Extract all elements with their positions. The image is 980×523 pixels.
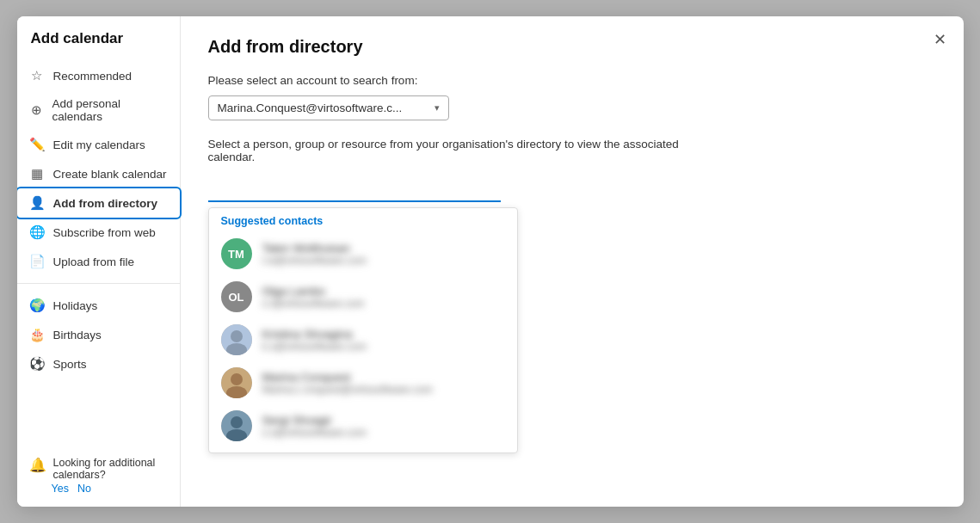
sidebar-item-label: Recommended: [53, 70, 133, 83]
contact-item-sergi[interactable]: Sergi Shvagir s.s@virtosoftware.com: [209, 404, 517, 447]
suggestions-dropdown: Suggested contacts TM Talen Wolthuisan t…: [208, 207, 518, 453]
account-dropdown[interactable]: Marina.Conquest@virtosoftware.c... ▾: [208, 95, 449, 120]
sidebar-item-label: Subscribe from web: [53, 226, 156, 239]
modal: Add calendar ☆ Recommended ⊕ Add persona…: [17, 16, 964, 507]
sidebar: Add calendar ☆ Recommended ⊕ Add persona…: [17, 16, 181, 507]
contact-name-ks: Kristina Shvagina: [262, 328, 367, 341]
sidebar-item-label: Birthdays: [53, 329, 102, 341]
account-value: Marina.Conquest@virtosoftware.c...: [218, 102, 403, 114]
sidebar-item-add-personal[interactable]: ⊕ Add personal calendars: [17, 90, 180, 130]
star-icon: ☆: [29, 68, 45, 83]
close-button[interactable]: ✕: [930, 28, 950, 51]
calendar-blank-icon: ▦: [29, 166, 45, 182]
sidebar-item-label: Holidays: [53, 299, 98, 312]
contact-info-ol: Olga Lambo o.l@virtosoftware.com: [262, 285, 365, 310]
sidebar-item-recommended[interactable]: ☆ Recommended: [17, 61, 180, 90]
globe-icon: 🌍: [29, 298, 45, 313]
no-link[interactable]: No: [77, 483, 91, 495]
footer-text: 🔔 Looking for additional calendars?: [29, 457, 168, 481]
yes-link[interactable]: Yes: [52, 483, 69, 495]
main-content: ✕ Add from directory Please select an ac…: [181, 16, 964, 507]
suggestions-label: Suggested contacts: [209, 208, 517, 232]
footer-links: Yes No: [29, 483, 168, 495]
contact-info-marina: Marina Conquest Marina.c.onquest@virtoso…: [262, 371, 433, 396]
sidebar-footer: 🔔 Looking for additional calendars? Yes …: [17, 448, 180, 498]
contact-name-ol: Olga Lambo: [262, 285, 365, 298]
contact-item-tm[interactable]: TM Talen Wolthuisan t.w@virtosoftware.co…: [209, 232, 517, 275]
sidebar-item-sports[interactable]: ⚽ Sports: [17, 349, 180, 378]
contact-info-tm: Talen Wolthuisan t.w@virtosoftware.com: [262, 242, 367, 267]
contact-name-sergi: Sergi Shvagir: [262, 414, 367, 427]
svg-point-1: [231, 330, 243, 342]
sidebar-item-label: Upload from file: [53, 255, 135, 268]
sidebar-item-edit-my[interactable]: ✏️ Edit my calendars: [17, 130, 180, 159]
modal-overlay: Add calendar ☆ Recommended ⊕ Add persona…: [0, 0, 980, 523]
search-input[interactable]: [208, 179, 501, 202]
contact-email-sergi: s.s@virtosoftware.com: [262, 427, 367, 439]
contact-info-ks: Kristina Shvagina k.s@virtosoftware.com: [262, 328, 367, 353]
birthday-icon: 🎂: [29, 327, 45, 342]
footer-label: Looking for additional calendars?: [53, 457, 168, 481]
contact-email-ks: k.s@virtosoftware.com: [262, 341, 367, 353]
contact-email-tm: t.w@virtosoftware.com: [262, 255, 367, 267]
sidebar-item-upload-file[interactable]: 📄 Upload from file: [17, 247, 180, 276]
directory-icon: 👤: [29, 195, 45, 211]
sidebar-item-label: Edit my calendars: [53, 138, 145, 151]
sidebar-divider: [17, 283, 180, 284]
contact-email-marina: Marina.c.onquest@virtosoftware.com: [262, 384, 433, 396]
sidebar-item-label: Add personal calendars: [52, 97, 168, 123]
svg-point-7: [231, 416, 243, 428]
contact-info-sergi: Sergi Shvagir s.s@virtosoftware.com: [262, 414, 367, 439]
select-account-label: Please select an account to search from:: [208, 74, 936, 87]
contact-name-marina: Marina Conquest: [262, 371, 433, 384]
sidebar-item-label: Create blank calendar: [53, 168, 167, 181]
sports-icon: ⚽: [29, 356, 45, 372]
contact-name-tm: Talen Wolthuisan: [262, 242, 367, 255]
bell-icon: 🔔: [29, 457, 46, 473]
edit-icon: ✏️: [29, 137, 45, 152]
sidebar-item-subscribe-web[interactable]: 🌐 Subscribe from web: [17, 218, 180, 247]
add-icon: ⊕: [29, 102, 44, 118]
avatar-ks: [221, 324, 252, 355]
file-icon: 📄: [29, 254, 45, 269]
sidebar-item-label: Sports: [53, 358, 87, 371]
description-text: Select a person, group or resource from …: [208, 138, 724, 163]
avatar-marina: [221, 367, 252, 398]
chevron-down-icon: ▾: [435, 102, 440, 114]
sidebar-item-create-blank[interactable]: ▦ Create blank calendar: [17, 159, 180, 188]
web-icon: 🌐: [29, 225, 45, 240]
sidebar-item-add-directory[interactable]: 👤 Add from directory: [17, 188, 180, 218]
sidebar-item-birthdays[interactable]: 🎂 Birthdays: [17, 320, 180, 349]
avatar-sergi: [221, 410, 252, 441]
contact-email-ol: o.l@virtosoftware.com: [262, 298, 365, 310]
sidebar-item-holidays[interactable]: 🌍 Holidays: [17, 291, 180, 320]
svg-point-4: [231, 373, 243, 385]
sidebar-item-label: Add from directory: [53, 197, 158, 210]
contact-item-ks[interactable]: Kristina Shvagina k.s@virtosoftware.com: [209, 318, 517, 361]
sidebar-title: Add calendar: [17, 30, 180, 61]
avatar-tm: TM: [221, 238, 252, 269]
contact-item-ol[interactable]: OL Olga Lambo o.l@virtosoftware.com: [209, 275, 517, 318]
contact-item-marina[interactable]: Marina Conquest Marina.c.onquest@virtoso…: [209, 361, 517, 404]
main-title: Add from directory: [208, 37, 936, 57]
avatar-ol: OL: [221, 281, 252, 312]
